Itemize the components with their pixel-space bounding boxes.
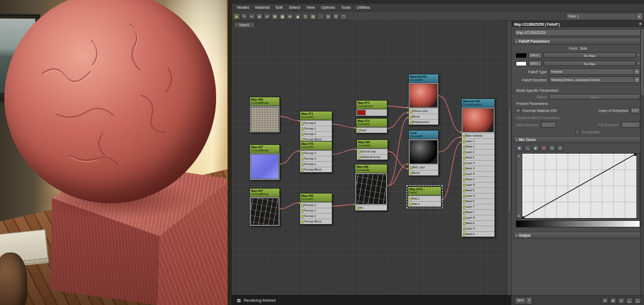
show-shaded-material-icon[interactable]: D: [302, 13, 309, 20]
node-map69-normal[interactable]: Map #69CoronaNo...Normal mapAdditional b…: [356, 139, 388, 160]
node-slot-layer-5[interactable]: Layer 5: [462, 182, 494, 187]
menu-options[interactable]: Options: [321, 5, 335, 10]
node-slot-mask-6[interactable]: Mask 6: [462, 198, 494, 204]
scrollbar-thumb[interactable]: [641, 30, 643, 95]
node-slot-texmap-1[interactable]: Texmap 1: [300, 156, 332, 161]
node-slot-texmap-2[interactable]: Texmap 2: [300, 161, 332, 167]
node-slot-bump[interactable]: Bump: [409, 170, 438, 175]
node-map97-bitmap[interactable]: Map #97CoronaBitmap: [249, 188, 280, 226]
node-header[interactable]: Map #56CoronaTri...: [300, 193, 332, 202]
node-map67-bitmap[interactable]: Map #67CoronaBitmap: [249, 144, 280, 180]
node-slot-map-2[interactable]: Map 2: [408, 201, 441, 207]
node-map74-color[interactable]: Map #74CoronaColor: [356, 100, 387, 116]
node-slot-mask-8[interactable]: Mask 8: [462, 220, 494, 226]
node-slot-map-1[interactable]: Map 1: [408, 196, 441, 201]
node-slot-texmap-2[interactable]: Texmap 2: [300, 213, 332, 219]
node-map79-tri[interactable]: Map #79CoronaTri...Texmap 0Texmap 1Texma…: [300, 141, 332, 173]
zoom-extents-icon[interactable]: ◱: [626, 297, 633, 304]
pan-curve-icon[interactable]: ✛: [557, 145, 564, 151]
map-name-field[interactable]: Map #2138625259: [514, 29, 642, 36]
node-header[interactable]: Map #211...Falloff: [408, 187, 441, 196]
node-slot-texmap-blend[interactable]: Texmap Blend: [300, 167, 332, 172]
side-map-button[interactable]: No Map: [544, 61, 636, 66]
node-header[interactable]: Map #96CoronaMix: [355, 165, 387, 173]
panel-title-bar[interactable]: Map #2138625259 ( Falloff ) ✕: [512, 21, 644, 27]
node-slot-mask-4[interactable]: Mask 4: [462, 177, 494, 182]
layout-all-icon[interactable]: ⋰: [317, 13, 324, 20]
node-slot-base-material[interactable]: Base material: [462, 133, 494, 138]
node-header[interactable]: Map #96CoronaBitmap: [250, 97, 279, 106]
override-ior-checkbox[interactable]: ✓: [516, 108, 521, 113]
ior-spinner[interactable]: 1,4 ▴▾: [630, 107, 640, 114]
node-material51[interactable]: Material #51CoronaMtlDiffuse colorBumpDi…: [408, 74, 439, 125]
node-header[interactable]: Map #71CoronaTri...: [300, 112, 332, 120]
spinner-down-icon[interactable]: ▾: [637, 125, 639, 127]
node-slot-texmap-0[interactable]: Texmap 0: [300, 150, 332, 156]
node-slot-layer-7[interactable]: Layer 7: [462, 204, 494, 209]
rollout-mix-curve[interactable]: ▾ Mix Curve: [514, 136, 642, 143]
falloff-type-dropdown[interactable]: Fresnel ▾: [549, 68, 640, 75]
view-tab[interactable]: View1: [234, 22, 255, 27]
spinner-down-icon[interactable]: ▾: [539, 55, 540, 57]
delete-point-icon[interactable]: ✖: [540, 145, 547, 151]
node-map211-falloff[interactable]: Map #211...FalloffMap 1Map 2: [408, 186, 442, 207]
delete-selected-icon[interactable]: ⊠: [256, 13, 263, 20]
move-point-icon[interactable]: ✥: [516, 145, 523, 151]
menu-view[interactable]: View: [306, 5, 315, 10]
node-slot-mask-5[interactable]: Mask 5: [462, 187, 494, 193]
mix-curve-graph[interactable]: [522, 154, 636, 218]
menu-edit[interactable]: Edit: [276, 5, 283, 10]
assign-material-to-selection-icon[interactable]: ◉: [294, 13, 301, 20]
menu-select[interactable]: Select: [289, 5, 300, 10]
node-slot-layer-2[interactable]: Layer 2: [462, 149, 494, 155]
rollout-falloff-parameters[interactable]: ▾ Falloff Parameters: [514, 38, 642, 45]
node-header[interactable]: Material #51CoronaMtl: [409, 74, 438, 83]
unlink-icon[interactable]: ✂: [248, 13, 255, 20]
node-slot-mask-2[interactable]: Mask 2: [462, 155, 494, 160]
node-graph-canvas[interactable]: View1 Map #96CoronaBitmapMap #67CoronaBi…: [232, 21, 511, 295]
node-header[interactable]: Map #73CoronaCu...: [356, 119, 387, 127]
preview-window-icon[interactable]: ▢: [340, 13, 347, 20]
panel-scrollbar[interactable]: [640, 27, 644, 295]
menu-material[interactable]: Material: [255, 5, 270, 10]
node-header[interactable]: Map #79CoronaTri...: [300, 142, 332, 150]
spinner-down-icon[interactable]: ▾: [539, 63, 540, 66]
node-map73-curve[interactable]: Map #73CoronaCu...Input: [356, 118, 387, 133]
close-icon[interactable]: ✕: [639, 22, 642, 26]
zoom-level-dropdown[interactable]: 56% ▾: [514, 297, 532, 304]
zoom-tool-icon[interactable]: ⊕: [610, 297, 617, 304]
menu-tools[interactable]: Tools: [341, 5, 351, 10]
node-header[interactable]: Map #69CoronaNo...: [357, 140, 387, 149]
node-slot-layer-4[interactable]: Layer 4: [462, 171, 494, 177]
node-slot-mask-3[interactable]: Mask 3: [462, 166, 494, 171]
node-slot-layer-1[interactable]: Layer 1: [462, 138, 494, 144]
node-header[interactable]: Material #50CoronaLayered...: [462, 99, 494, 108]
node-header[interactable]: Map #97CoronaBitmap: [250, 189, 279, 197]
chevron-down-icon[interactable]: ▾: [634, 77, 640, 83]
node-slot-additional-bump[interactable]: Additional bump: [357, 154, 387, 160]
node-coat[interactable]: CoatCoronaMtlRefl. colorBump: [408, 130, 439, 176]
connect-nodes-icon[interactable]: ✎: [241, 13, 248, 20]
front-map-button[interactable]: No Map: [544, 52, 636, 58]
material-explorer-icon[interactable]: ☰: [332, 13, 339, 20]
rollout-output[interactable]: ▾ Output: [514, 232, 642, 239]
scrollbar-thumb[interactable]: [508, 109, 511, 213]
hide-unused-nodeslots-icon[interactable]: ▤: [271, 13, 278, 20]
node-slot-mask-1[interactable]: Mask 1: [462, 144, 494, 149]
node-slot-texmap-0[interactable]: Texmap 0: [300, 202, 332, 208]
node-slot-texmap-0[interactable]: Texmap 0: [300, 120, 332, 126]
menu-modes[interactable]: Modes: [237, 5, 249, 10]
front-amount-spinner[interactable]: 100,0 ▴▾: [528, 52, 542, 58]
chevron-down-icon[interactable]: ▾: [526, 297, 532, 304]
move-children-icon[interactable]: ⇄: [264, 13, 271, 20]
node-material50[interactable]: Material #50CoronaLayered...Base materia…: [461, 98, 495, 237]
chevron-down-icon[interactable]: ▾: [634, 69, 640, 74]
zoom-region-icon[interactable]: ⊡: [618, 297, 625, 304]
menu-utilities[interactable]: Utilities: [357, 5, 370, 10]
spinner-down-icon[interactable]: ▾: [553, 125, 554, 127]
near-distance-spinner[interactable]: 0,0mm ▴▾: [541, 121, 556, 128]
chevron-down-icon[interactable]: ▾: [636, 13, 642, 20]
node-header[interactable]: Map #67CoronaBitmap: [250, 145, 279, 154]
layout-children-icon[interactable]: ⊞: [325, 13, 332, 20]
node-slot-mask-9[interactable]: Mask 9: [462, 231, 494, 237]
